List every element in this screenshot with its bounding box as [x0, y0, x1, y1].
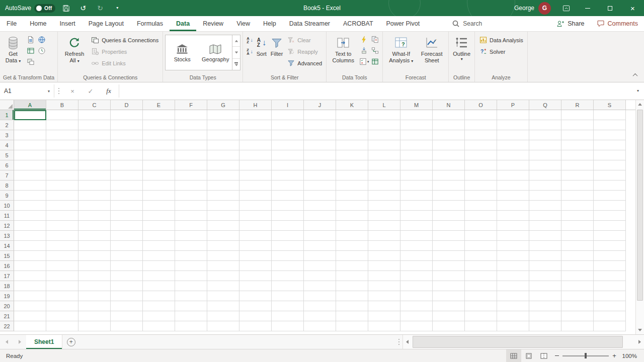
tab-formulas[interactable]: Formulas — [130, 16, 170, 31]
from-web-button[interactable] — [36, 34, 47, 45]
data-validation-button[interactable]: ▾ — [359, 56, 369, 67]
column-header-J[interactable]: J — [304, 100, 336, 110]
zoom-level[interactable]: 100% — [620, 353, 644, 359]
tab-data[interactable]: Data — [170, 16, 196, 31]
row-header-9[interactable]: 9 — [0, 191, 14, 201]
vertical-scroll-thumb[interactable] — [637, 110, 643, 301]
formula-bar-expand-button[interactable]: ▾ — [632, 84, 644, 98]
column-header-D[interactable]: D — [111, 100, 143, 110]
autosave-switch[interactable]: Off — [34, 4, 55, 13]
name-box-splitter[interactable] — [54, 84, 63, 98]
column-header-Q[interactable]: Q — [529, 100, 561, 110]
row-header-2[interactable]: 2 — [0, 120, 14, 130]
sheet-tab-sheet1[interactable]: Sheet1 — [26, 335, 62, 349]
column-header-K[interactable]: K — [336, 100, 368, 110]
undo-button[interactable]: ↺ — [76, 0, 90, 16]
gallery-scroll-down-icon[interactable] — [232, 47, 240, 58]
scroll-up-icon[interactable] — [636, 100, 644, 109]
row-header-8[interactable]: 8 — [0, 180, 14, 191]
get-data-button[interactable]: Get Data ▾ — [2, 33, 24, 73]
flash-fill-button[interactable] — [359, 34, 369, 45]
user-name[interactable]: George — [514, 5, 534, 12]
stocks-button[interactable]: Stocks — [166, 35, 199, 70]
zoom-out-button[interactable] — [551, 349, 562, 362]
forecast-sheet-button[interactable]: Forecast Sheet — [417, 33, 446, 73]
row-header-6[interactable]: 6 — [0, 160, 14, 170]
select-all-corner[interactable] — [0, 100, 14, 110]
row-header-7[interactable]: 7 — [0, 170, 14, 180]
row-header-10[interactable]: 10 — [0, 201, 14, 211]
page-layout-view-button[interactable] — [521, 349, 536, 362]
column-header-O[interactable]: O — [465, 100, 497, 110]
remove-duplicates-button[interactable] — [370, 34, 380, 45]
tab-view[interactable]: View — [230, 16, 257, 31]
row-header-16[interactable]: 16 — [0, 261, 14, 271]
data-analysis-button[interactable]: Data Analysis — [477, 34, 525, 46]
consolidate-button[interactable] — [359, 45, 369, 56]
edit-links-button[interactable]: Edit Links — [89, 57, 160, 69]
row-header-22[interactable]: 22 — [0, 321, 14, 331]
collapse-ribbon-button[interactable] — [631, 71, 639, 78]
tab-home[interactable]: Home — [23, 16, 53, 31]
active-cell[interactable] — [14, 110, 46, 120]
column-header-S[interactable]: S — [594, 100, 626, 110]
row-header-13[interactable]: 13 — [0, 231, 14, 241]
maximize-button[interactable] — [599, 0, 621, 16]
column-header-F[interactable]: F — [175, 100, 207, 110]
column-header-R[interactable]: R — [561, 100, 594, 110]
tab-file[interactable]: File — [0, 16, 23, 31]
zoom-in-button[interactable]: + — [609, 349, 620, 362]
horizontal-scroll-track[interactable] — [412, 335, 635, 349]
row-header-1[interactable]: 1 — [0, 110, 14, 120]
existing-connections-button[interactable] — [25, 56, 36, 67]
tab-scrollbar-splitter[interactable] — [395, 335, 403, 349]
zoom-slider[interactable] — [562, 349, 609, 362]
reapply-filter-button[interactable]: Reapply — [285, 46, 324, 57]
row-header-5[interactable]: 5 — [0, 150, 14, 160]
column-header-A[interactable]: A — [14, 100, 46, 110]
row-header-3[interactable]: 3 — [0, 130, 14, 140]
minimize-button[interactable] — [576, 0, 599, 16]
sort-button[interactable]: AZ ↓ Sort — [255, 33, 269, 73]
avatar[interactable]: G — [538, 2, 551, 15]
column-header-P[interactable]: P — [497, 100, 529, 110]
enter-button[interactable]: ✓ — [82, 84, 100, 98]
outline-button[interactable]: Outline ▾ — [451, 33, 472, 73]
row-header-12[interactable]: 12 — [0, 221, 14, 231]
redo-button[interactable]: ↻ — [94, 0, 107, 16]
tab-insert[interactable]: Insert — [53, 16, 82, 31]
column-header-E[interactable]: E — [143, 100, 175, 110]
sheet-nav-right-button[interactable] — [13, 335, 26, 349]
sort-ascending-button[interactable]: AZ ↓ — [245, 35, 254, 45]
gallery-scroll-up-icon[interactable] — [232, 35, 240, 47]
text-to-columns-button[interactable]: Text to Columns — [329, 33, 358, 73]
page-break-view-button[interactable] — [536, 349, 551, 362]
clear-filter-button[interactable]: Clear — [285, 34, 324, 46]
tab-review[interactable]: Review — [196, 16, 230, 31]
row-header-4[interactable]: 4 — [0, 140, 14, 150]
tab-help[interactable]: Help — [257, 16, 283, 31]
save-button[interactable] — [59, 0, 72, 16]
filter-button[interactable]: Filter — [269, 33, 285, 73]
scroll-down-icon[interactable] — [636, 326, 644, 334]
properties-button[interactable]: Properties — [89, 46, 160, 57]
insert-function-button[interactable]: fx — [100, 84, 118, 98]
vertical-scroll-track[interactable] — [636, 109, 644, 326]
horizontal-scroll-thumb[interactable] — [413, 336, 623, 348]
sort-descending-button[interactable]: ZA ↓ — [245, 46, 254, 57]
row-header-17[interactable]: 17 — [0, 271, 14, 281]
column-header-N[interactable]: N — [433, 100, 465, 110]
scroll-left-icon[interactable] — [403, 335, 412, 349]
column-header-I[interactable]: I — [272, 100, 304, 110]
column-header-B[interactable]: B — [46, 100, 78, 110]
zoom-slider-thumb[interactable] — [585, 353, 587, 358]
row-header-15[interactable]: 15 — [0, 251, 14, 261]
column-header-C[interactable]: C — [78, 100, 111, 110]
tab-page-layout[interactable]: Page Layout — [82, 16, 130, 31]
quick-access-toolbar-button[interactable]: ▾ — [111, 0, 124, 16]
close-button[interactable]: × — [621, 0, 644, 16]
column-header-M[interactable]: M — [400, 100, 433, 110]
cell-grid[interactable] — [14, 110, 635, 334]
tab-data-streamer[interactable]: Data Streamer — [283, 16, 337, 31]
add-sheet-button[interactable]: + — [62, 335, 79, 349]
